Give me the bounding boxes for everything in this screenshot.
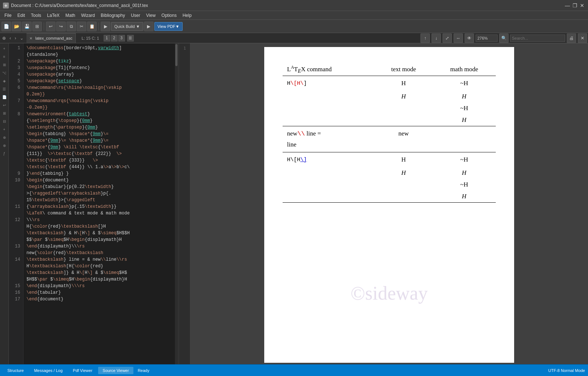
line-num-blank7 [9, 137, 20, 144]
line-num-4: 4 [9, 71, 20, 78]
line-num-8: 8 [9, 111, 20, 118]
menu-bibliography[interactable]: Bibliography [98, 11, 128, 19]
sidebar-list-icon[interactable]: ☰ [1, 85, 8, 93]
menu-math[interactable]: Math [62, 11, 78, 19]
paste-button[interactable]: 📋 [87, 22, 97, 31]
save-file-button[interactable]: 💾 [22, 22, 32, 31]
sidebar-fn-icon[interactable]: ƒ [1, 150, 8, 157]
menu-latex[interactable]: LaTeX [44, 11, 62, 19]
page-list-button[interactable]: ☰ [127, 35, 134, 41]
line-num-blank1 [9, 51, 20, 58]
sidebar-new-icon[interactable]: + [1, 45, 8, 52]
menu-user[interactable]: User [128, 11, 143, 19]
search-input[interactable] [510, 35, 565, 42]
tab-nav-menu[interactable]: ⌄ [18, 36, 25, 41]
code-line-12d: \end{displaymath}\\\rs [26, 243, 172, 250]
page-1-button[interactable]: 1 [104, 35, 110, 41]
main-area: + ≡ ⊞ ⌥ ◈ ☰ 📄 ↩ ⊞ ⊟ + ⊕ ⊕ ƒ 1 2 3 4 5 6 … [0, 43, 588, 364]
sidebar-plus-icon[interactable]: + [1, 126, 8, 133]
status-text: Ready [138, 368, 150, 373]
line-num-10: 10 [9, 177, 20, 184]
editor-content[interactable]: 1 2 3 4 5 6 7 8 9 [9, 43, 178, 364]
col-header-math: math mode [433, 62, 496, 76]
pdf-cell-text-5: new [374, 126, 432, 141]
editor-tab[interactable]: ✕ latex_command_asc [26, 33, 76, 43]
undo-button[interactable]: ↩ [46, 22, 55, 31]
line-num-13: 13 [9, 243, 20, 250]
line-num-3: 3 [9, 65, 20, 71]
minimize-button[interactable]: — [564, 3, 570, 8]
close-button[interactable]: ✕ [579, 3, 585, 8]
redo-button[interactable]: ↪ [56, 22, 66, 31]
line-num-11: 11 [9, 203, 20, 210]
pdf-cell-cmd-2 [283, 91, 374, 102]
status-tab-source[interactable]: Source Viewer [98, 367, 133, 374]
pdf-cell-text-4 [374, 114, 432, 126]
sidebar-grid-icon[interactable]: ⊞ [1, 109, 8, 117]
fit-width-button[interactable]: ↔ [453, 33, 463, 43]
sidebar-plus3-icon[interactable]: ⊕ [1, 142, 8, 149]
quick-build-button[interactable]: Quick Build ▼ [111, 22, 143, 31]
window-controls[interactable]: — ❐ ✕ [564, 3, 585, 8]
pdf-preview-area: LATEX command text mode math mode H\[H\]… [190, 43, 588, 364]
tab-close-icon[interactable]: ✕ [29, 36, 32, 40]
code-editor[interactable]: \documentclass[border=10pt,varwidth] {st… [24, 43, 175, 364]
tab-nav-forward[interactable]: › [13, 36, 18, 41]
zoom-button[interactable]: 🔍 [499, 33, 509, 43]
pdf-cell-math-5b [433, 141, 496, 152]
view-pdf-button[interactable]: View PDF ▼ [154, 22, 183, 31]
sidebar-tag-icon[interactable]: ⌥ [1, 69, 8, 76]
sidebar-ref-icon[interactable]: ⊟ [1, 118, 8, 125]
sidebar-bookmark-icon[interactable]: ⊞ [1, 61, 8, 68]
page-2-button[interactable]: 2 [111, 35, 118, 41]
left-sidebar: + ≡ ⊞ ⌥ ◈ ☰ 📄 ↩ ⊞ ⊟ + ⊕ ⊕ ƒ [0, 43, 9, 364]
cut-button[interactable]: ✂ [77, 22, 86, 31]
pdf-row-3: ~H [283, 102, 496, 114]
sidebar-back-icon[interactable]: ↩ [1, 101, 8, 109]
line-num-blank15 [9, 210, 20, 217]
tab-nav-back[interactable]: ‹ [8, 36, 12, 41]
run-button[interactable]: ▶ [101, 22, 110, 31]
editor-scrollbar[interactable] [175, 43, 178, 364]
status-tab-structure[interactable]: Structure [3, 367, 28, 374]
line-num-blank19 [9, 250, 20, 256]
menu-tools[interactable]: Tools [28, 11, 44, 19]
copy-button[interactable]: ⧉ [67, 22, 76, 31]
line-num-9: 9 [9, 170, 20, 177]
code-line-10d: {\arraybackslash}p{.15\textwidth}} [26, 203, 172, 210]
print-button[interactable]: 🖨 [567, 33, 576, 43]
code-line-14c: $H$$\par $\simeq$H\begin{displaymath}H [26, 276, 172, 283]
sidebar-doc-icon[interactable]: 📄 [1, 93, 8, 101]
page-3-button[interactable]: 3 [118, 35, 125, 41]
menu-help[interactable]: Help [180, 11, 195, 19]
menu-wizard[interactable]: Wizard [78, 11, 98, 19]
close-preview-button[interactable]: ✕ [578, 33, 587, 43]
status-tab-messages[interactable]: Messages / Log [30, 367, 67, 374]
tab-nav-prev[interactable]: ⊕ [1, 36, 7, 41]
menu-file[interactable]: File [1, 11, 14, 19]
code-line-13b: \textbackslash} line = & new\\line\\rs [26, 256, 172, 263]
zoom-input[interactable]: 276% [476, 35, 498, 42]
menu-view[interactable]: View [143, 11, 159, 19]
sidebar-structure-icon[interactable]: ≡ [1, 53, 8, 60]
right-line-1: 1 [183, 45, 186, 51]
save-all-button[interactable]: ⊞ [32, 22, 42, 31]
view-pdf-run-button[interactable]: ▶ [144, 22, 154, 31]
status-tab-pdfviewer[interactable]: Pdf Viewer [68, 367, 97, 374]
code-line-7: \newcommand\rqs{\noalign{\vskip [26, 98, 172, 104]
sidebar-search-icon[interactable]: ◈ [1, 77, 8, 84]
tabbar-left: ⊕ ‹ › ⌄ [1, 33, 26, 43]
pdf-row-5b: line [283, 141, 496, 152]
sync-up-button[interactable]: ↑ [420, 33, 430, 43]
view-icon[interactable]: 👁 [465, 33, 474, 43]
sidebar-plus2-icon[interactable]: ⊕ [1, 134, 8, 141]
sync-down-button[interactable]: ↓ [431, 33, 441, 43]
menu-edit[interactable]: Edit [14, 11, 28, 19]
menu-options[interactable]: Options [158, 11, 179, 19]
open-file-button[interactable]: 📂 [12, 22, 21, 31]
fit-button[interactable]: ⤢ [442, 33, 452, 43]
maximize-button[interactable]: ❐ [572, 3, 578, 8]
new-file-button[interactable]: 📄 [1, 22, 11, 31]
pdf-page: LATEX command text mode math mode H\[H\]… [264, 47, 514, 363]
scroll-thumb[interactable] [175, 44, 178, 66]
